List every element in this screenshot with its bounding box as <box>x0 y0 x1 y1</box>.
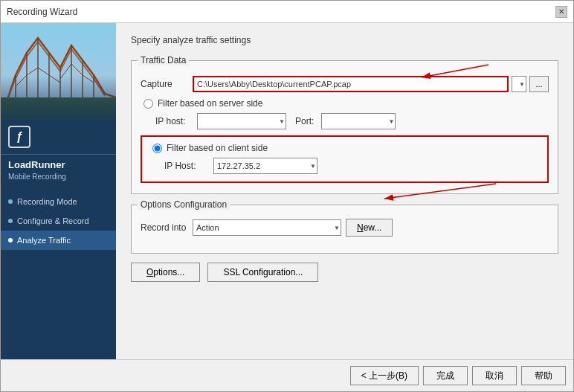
sidebar-logo: ƒ <box>1 120 116 155</box>
capture-label: Capture <box>141 79 193 89</box>
finish-button[interactable]: 完成 <box>423 366 468 385</box>
ip-host-select-wrap: ▼ <box>197 113 286 129</box>
capture-input[interactable] <box>193 76 509 92</box>
ip-host2-select[interactable]: 172.27.35.2 <box>213 158 317 174</box>
port-select[interactable] <box>321 113 396 129</box>
ip-host-port-row: IP host: ▼ Port: ▼ <box>141 113 549 129</box>
ssl-config-button[interactable]: SSL Configuration... <box>207 263 318 282</box>
hp-logo: ƒ <box>8 126 30 148</box>
options-button-label: Options... <box>146 267 184 277</box>
filter-server-label[interactable]: Filter based on server side <box>158 98 262 109</box>
sidebar-image-overlay <box>1 75 116 120</box>
bottom-bar: < 上一步(B) 完成 取消 帮助 <box>1 359 573 391</box>
port-label: Port: <box>295 116 314 126</box>
nav-dot-3 <box>8 238 13 242</box>
window: Recording Wizard ✕ <box>0 0 574 392</box>
sidebar-nav: Recording Mode Configure & Record Analyz… <box>1 189 116 359</box>
new-button-label: New... <box>357 222 381 233</box>
filter-server-radio[interactable] <box>144 99 153 109</box>
sidebar-item-configure-record[interactable]: Configure & Record <box>1 211 116 231</box>
nav-dot-1 <box>8 199 13 204</box>
traffic-data-title: Traffic Data <box>138 55 189 65</box>
new-button[interactable]: New... <box>346 219 393 237</box>
sidebar-label-analyze-traffic: Analyze Traffic <box>17 236 71 245</box>
ip-host2-label: IP Host: <box>164 161 209 171</box>
brand-sub: Mobile Recording <box>8 172 109 181</box>
record-into-select-wrap: Action ▼ <box>193 219 341 236</box>
help-button[interactable]: 帮助 <box>521 366 566 385</box>
filter-client-radio[interactable] <box>152 144 162 153</box>
capture-row: Capture ▼ ... <box>141 76 549 92</box>
ip-host-select[interactable] <box>197 113 286 129</box>
svg-line-20 <box>384 184 496 199</box>
cancel-button[interactable]: 取消 <box>472 366 517 385</box>
sidebar-label-configure-record: Configure & Record <box>17 216 89 225</box>
options-config-title: Options Configuration <box>138 199 230 210</box>
record-into-row: Record into Action ▼ New... <box>141 219 549 237</box>
filter-client-label[interactable]: Filter based on client side <box>167 143 268 153</box>
ip-host2-select-wrap: 172.27.35.2 ▼ <box>213 158 317 174</box>
nav-dot-2 <box>8 219 13 223</box>
filter-client-row: Filter based on client side <box>149 143 540 153</box>
title-bar: Recording Wizard ✕ <box>1 1 573 23</box>
browse-button[interactable]: ... <box>529 76 549 92</box>
port-select-wrap: ▼ <box>321 113 396 129</box>
capture-dropdown-wrap: ▼ <box>512 76 526 92</box>
page-subtitle: Specify analyze traffic settings <box>131 35 558 45</box>
record-into-select[interactable]: Action <box>193 219 341 236</box>
filter-server-row: Filter based on server side <box>141 98 549 109</box>
ssl-button-label: SSL Configuration... <box>223 267 303 277</box>
capture-input-wrap: ▼ ... <box>193 76 549 92</box>
sidebar-brand: LoadRunner Mobile Recording <box>1 155 116 189</box>
title-bar-controls: ✕ <box>555 6 567 18</box>
ip-host-label: IP host: <box>155 116 193 126</box>
main-panel: Specify analyze traffic settings Traffic… <box>116 23 573 359</box>
traffic-data-group: Traffic Data Capture ▼ ... <box>131 60 558 194</box>
ip-host2-row: IP Host: 172.27.35.2 ▼ <box>149 158 540 174</box>
sidebar: ƒ LoadRunner Mobile Recording Recording … <box>1 23 116 359</box>
content-area: ƒ LoadRunner Mobile Recording Recording … <box>1 23 573 359</box>
sidebar-label-recording-mode: Recording Mode <box>17 197 77 206</box>
capture-dropdown[interactable] <box>512 76 526 92</box>
sidebar-image <box>1 23 116 120</box>
brand-name: LoadRunner <box>8 159 109 172</box>
filter-client-box: Filter based on client side IP Host: 172… <box>141 135 549 183</box>
options-button[interactable]: Options... <box>131 263 200 282</box>
action-buttons-row: Options... SSL Configuration... <box>131 263 558 282</box>
sidebar-item-analyze-traffic[interactable]: Analyze Traffic <box>1 231 116 250</box>
record-into-label: Record into <box>141 222 193 233</box>
window-title: Recording Wizard <box>7 7 77 17</box>
sidebar-item-recording-mode[interactable]: Recording Mode <box>1 192 116 211</box>
close-button[interactable]: ✕ <box>555 6 567 18</box>
back-button[interactable]: < 上一步(B) <box>350 366 419 385</box>
options-config-group: Options Configuration Record into Action… <box>131 205 558 254</box>
